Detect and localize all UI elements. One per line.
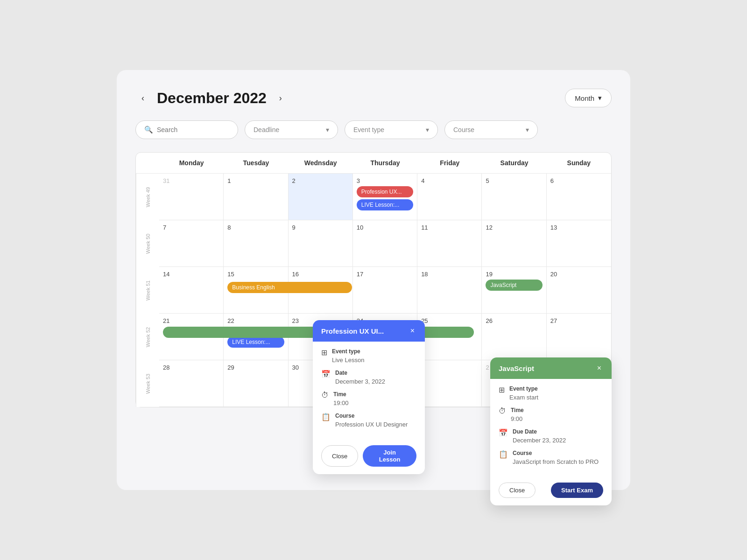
day-num: 1	[421, 364, 478, 371]
event-type-icon-2: ⊞	[499, 385, 505, 394]
day-num: 10	[357, 224, 413, 231]
popup2-due-date-field: Due Date December 23, 2022	[513, 428, 566, 444]
cell-w49-thu: 3 Profession UX... LIVE Lesson:...	[353, 174, 417, 220]
cell-w51-sat: 19 JavaScript	[482, 267, 546, 314]
col-sunday: Sunday	[547, 153, 611, 174]
popup2-course-row: 📋 Course JavaScript from Scratch to PRO	[499, 450, 603, 466]
day-num: 29	[227, 364, 284, 371]
week-label-51: Week 51	[136, 267, 159, 314]
cell-w50-wed: 9	[289, 220, 353, 267]
popup1-close-button[interactable]: Close	[321, 445, 358, 467]
date-icon: 📅	[321, 370, 331, 378]
event-pill-live-lesson-1[interactable]: LIVE Lesson:...	[357, 199, 413, 210]
cell-w52-mon: 21	[159, 314, 224, 360]
filters-bar: 🔍 Deadline ▾ Event type ▾ Course ▾	[135, 120, 612, 139]
popup2-course-field: Course JavaScript from Scratch to PRO	[513, 450, 599, 466]
cell-w49-sun: 6	[547, 174, 611, 220]
cell-w49-sat: 5	[482, 174, 546, 220]
popup1-join-lesson-button[interactable]: Join Lesson	[363, 445, 416, 467]
week-col-header	[136, 153, 159, 174]
event-pill-live-lesson-2[interactable]: LIVE Lesson:...	[227, 336, 284, 348]
week-label-52: Week 52	[136, 314, 159, 360]
cell-w49-tue: 1	[224, 174, 288, 220]
col-thursday: Thursday	[353, 153, 417, 174]
time-icon: ⏱	[321, 391, 329, 399]
cell-w52-sat: 26	[482, 314, 546, 360]
cell-w51-fri: 18	[417, 267, 482, 314]
cell-w51-sun: 20	[547, 267, 611, 314]
header-nav: ‹ December 2022 ›	[135, 90, 288, 107]
cell-w51-thu: 17	[353, 267, 417, 314]
day-num: 22	[227, 317, 284, 324]
popup2-time-field: Time 9:00	[511, 407, 524, 423]
popup1-header: Profession UX UI... ×	[313, 320, 425, 342]
cell-w51-tue: 15 Business English	[224, 267, 288, 314]
day-num: 25	[421, 317, 478, 324]
day-num: 19	[486, 271, 542, 278]
event-type-chevron-icon: ▾	[426, 126, 429, 133]
course-icon-2: 📋	[499, 450, 508, 459]
event-type-dropdown[interactable]: Event type ▾	[345, 120, 438, 139]
popup2-event-type-field: Event type Exam start	[509, 385, 538, 401]
popup1-time-row: ⏱ Time 19:00	[321, 391, 416, 407]
week-label-50: Week 50	[136, 220, 159, 267]
event-pill-profession-ux[interactable]: Profession UX...	[357, 186, 413, 197]
event-pill-business-english[interactable]: Business English	[227, 282, 352, 293]
popup1-close-x-button[interactable]: ×	[409, 327, 416, 335]
search-icon: 🔍	[144, 126, 153, 134]
day-num: 14	[163, 271, 219, 278]
day-num: 28	[163, 364, 219, 371]
course-label: Course	[453, 126, 474, 133]
popup2-close-button[interactable]: Close	[499, 483, 536, 498]
cell-w50-fri: 11	[417, 220, 482, 267]
day-num: 7	[163, 224, 219, 231]
week-label-53: Week 53	[136, 360, 159, 407]
deadline-dropdown[interactable]: Deadline ▾	[245, 120, 338, 139]
day-num: 6	[550, 177, 607, 184]
popup2-body: ⊞ Event type Exam start ⏱ Time 9:00 📅	[490, 379, 612, 478]
day-num: 15	[227, 271, 284, 278]
popup2-close-x-button[interactable]: ×	[595, 364, 603, 372]
popup1-actions: Close Join Lesson	[313, 441, 425, 474]
day-num: 26	[486, 317, 542, 324]
day-num: 3	[357, 177, 413, 184]
cell-w50-tue: 8	[224, 220, 288, 267]
day-num: 11	[421, 224, 478, 231]
deadline-chevron-icon: ▾	[326, 126, 329, 133]
popup-profession-ux: Profession UX UI... × ⊞ Event type Live …	[313, 320, 425, 474]
cell-w50-mon: 7	[159, 220, 224, 267]
cell-w53-tue: 29	[224, 360, 288, 407]
popup2-time-row: ⏱ Time 9:00	[499, 407, 603, 423]
event-pill-javascript-1[interactable]: JavaScript	[486, 280, 542, 291]
day-num: 27	[550, 317, 607, 324]
course-dropdown[interactable]: Course ▾	[444, 120, 538, 139]
popup1-body: ⊞ Event type Live Lesson 📅 Date December…	[313, 342, 425, 441]
cell-w49-mon: 31	[159, 174, 224, 220]
month-selector-button[interactable]: Month ▾	[565, 89, 612, 107]
cell-w51-mon: 14	[159, 267, 224, 314]
popup2-header: JavaScript ×	[490, 357, 612, 379]
popup2-title: JavaScript	[499, 364, 534, 372]
cell-w53-fri: 1	[417, 360, 482, 407]
col-friday: Friday	[417, 153, 482, 174]
search-box[interactable]: 🔍	[135, 120, 238, 139]
day-num: 16	[292, 271, 349, 278]
popup1-time-field: Time 19:00	[333, 391, 349, 407]
popup1-title: Profession UX UI...	[321, 327, 384, 335]
deadline-label: Deadline	[254, 126, 279, 133]
cell-w49-fri: 4	[417, 174, 482, 220]
day-num: 9	[292, 224, 349, 231]
course-icon: 📋	[321, 413, 331, 421]
popup2-start-exam-button[interactable]: Start Exam	[551, 483, 603, 498]
search-input[interactable]	[157, 126, 229, 133]
day-num: 31	[163, 177, 219, 184]
time-icon-2: ⏱	[499, 407, 506, 415]
next-month-button[interactable]: ›	[273, 91, 288, 105]
day-num: 4	[421, 177, 478, 184]
day-num: 2	[292, 177, 349, 184]
day-num: 18	[421, 271, 478, 278]
col-saturday: Saturday	[482, 153, 546, 174]
popup1-date-field: Date December 3, 2022	[335, 370, 385, 385]
prev-month-button[interactable]: ‹	[135, 91, 150, 105]
calendar-header: ‹ December 2022 › Month ▾	[135, 89, 612, 107]
